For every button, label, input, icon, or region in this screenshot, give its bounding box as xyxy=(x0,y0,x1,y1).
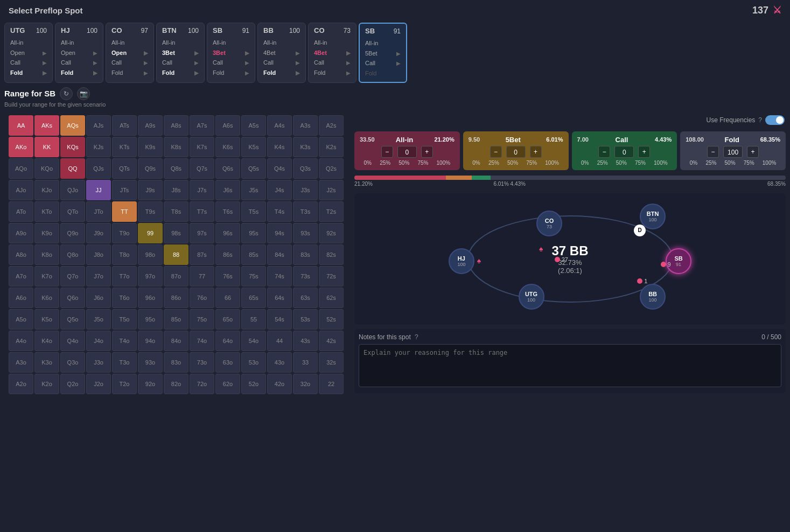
hand-cell-j8o[interactable]: J8o xyxy=(86,244,111,265)
hand-cell-95s[interactable]: 95s xyxy=(241,223,266,243)
hand-cell-qts[interactable]: QTs xyxy=(112,158,137,179)
hand-cell-k5s[interactable]: K5s xyxy=(241,137,266,157)
hand-cell-t9o[interactable]: T9o xyxy=(112,223,137,243)
hand-cell-96s[interactable]: 96s xyxy=(215,223,240,243)
hand-cell-a7o[interactable]: A7o xyxy=(9,266,33,286)
hand-cell-t7s[interactable]: T7s xyxy=(190,201,214,222)
hand-cell-q4s[interactable]: Q4s xyxy=(267,158,292,179)
player-utg[interactable]: UTG 100 xyxy=(519,284,544,310)
hand-cell-a8s[interactable]: A8s xyxy=(164,115,188,136)
freq-100[interactable]: 100% xyxy=(545,160,559,166)
freq-50[interactable]: 50% xyxy=(725,160,736,166)
stepper-minus-fold[interactable]: − xyxy=(707,146,719,158)
hand-cell-a5s[interactable]: A5s xyxy=(241,115,266,136)
pos-item-4bet[interactable]: 4Bet▶ xyxy=(314,48,351,58)
freq-100[interactable]: 100% xyxy=(437,160,451,166)
stepper-plus-fold[interactable]: + xyxy=(747,146,759,158)
pos-item-fold[interactable]: Fold xyxy=(365,68,401,79)
hand-cell-ako[interactable]: AKo xyxy=(9,137,33,157)
hand-cell-22[interactable]: 22 xyxy=(319,374,344,394)
hand-cell-a7s[interactable]: A7s xyxy=(190,115,214,136)
hand-cell-62s[interactable]: 62s xyxy=(319,288,344,308)
hand-cell-94s[interactable]: 94s xyxy=(267,223,292,243)
hand-cell-84s[interactable]: 84s xyxy=(267,244,292,265)
freq-25[interactable]: 25% xyxy=(380,160,390,166)
hand-cell-k2o[interactable]: K2o xyxy=(34,374,59,394)
hand-cell-k6o[interactable]: K6o xyxy=(34,288,59,308)
hand-cell-t8s[interactable]: T8s xyxy=(164,201,188,222)
hand-cell-kqo[interactable]: KQo xyxy=(34,158,59,179)
hand-cell-k4o[interactable]: K4o xyxy=(34,331,59,351)
freq-25[interactable]: 25% xyxy=(597,160,608,166)
hand-cell-76s[interactable]: 76s xyxy=(215,266,240,286)
hand-cell-a3s[interactable]: A3s xyxy=(293,115,318,136)
hand-cell-q7o[interactable]: Q7o xyxy=(60,266,85,286)
hand-cell-j9s[interactable]: J9s xyxy=(138,180,163,200)
freq-100[interactable]: 100% xyxy=(654,160,668,166)
hand-cell-ato[interactable]: ATo xyxy=(9,201,33,222)
freq-75[interactable]: 75% xyxy=(417,160,428,166)
freq-toggle[interactable] xyxy=(765,115,785,125)
hand-cell-q9o[interactable]: Q9o xyxy=(60,223,85,243)
hand-cell-qjo[interactable]: QJo xyxy=(60,180,85,200)
hand-cell-92s[interactable]: 92s xyxy=(319,223,344,243)
hand-cell-t6s[interactable]: T6s xyxy=(215,201,240,222)
pos-item-call[interactable]: Call▶ xyxy=(263,58,300,68)
hand-cell-75s[interactable]: 75s xyxy=(241,266,266,286)
hand-cell-77[interactable]: 77 xyxy=(190,266,214,286)
position-card-hj[interactable]: HJ100All-inOpen▶Call▶Fold▶ xyxy=(55,23,103,83)
hand-cell-kto[interactable]: KTo xyxy=(34,201,59,222)
hand-cell-kjo[interactable]: KJo xyxy=(34,180,59,200)
hand-cell-85s[interactable]: 85s xyxy=(241,244,266,265)
hand-cell-jj[interactable]: JJ xyxy=(86,180,111,200)
hand-cell-52o[interactable]: 52o xyxy=(241,374,266,394)
pos-item-3bet[interactable]: 3Bet▶ xyxy=(162,48,199,58)
camera-button[interactable]: 📷 xyxy=(77,87,90,100)
hand-cell-83s[interactable]: 83s xyxy=(293,244,318,265)
hand-cell-aqs[interactable]: AQs xyxy=(60,115,85,136)
hand-cell-tt[interactable]: TT xyxy=(112,201,137,222)
hand-cell-73s[interactable]: 73s xyxy=(293,266,318,286)
hand-cell-j2s[interactable]: J2s xyxy=(319,180,344,200)
hand-cell-k8o[interactable]: K8o xyxy=(34,244,59,265)
freq-50[interactable]: 50% xyxy=(399,160,409,166)
hand-cell-jts[interactable]: JTs xyxy=(112,180,137,200)
pos-item-3bet[interactable]: 3Bet▶ xyxy=(213,48,249,58)
hand-cell-32s[interactable]: 32s xyxy=(319,352,344,373)
pos-item-fold[interactable]: Fold▶ xyxy=(162,68,199,78)
hand-cell-64o[interactable]: 64o xyxy=(215,331,240,351)
hand-cell-t5s[interactable]: T5s xyxy=(241,201,266,222)
pos-item-open[interactable]: Open▶ xyxy=(61,48,97,58)
hand-cell-73o[interactable]: 73o xyxy=(190,352,214,373)
hand-cell-j6o[interactable]: J6o xyxy=(86,288,111,308)
hand-cell-q7s[interactable]: Q7s xyxy=(190,158,214,179)
hand-cell-95o[interactable]: 95o xyxy=(138,309,163,330)
pos-item-4bet[interactable]: 4Bet▶ xyxy=(263,48,300,58)
hand-cell-74o[interactable]: 74o xyxy=(190,331,214,351)
hand-cell-j7s[interactable]: J7s xyxy=(190,180,214,200)
freq-0[interactable]: 0% xyxy=(581,160,589,166)
pos-item-call[interactable]: Call▶ xyxy=(10,58,47,68)
stepper-plus-call[interactable]: + xyxy=(638,146,650,158)
hand-cell-kjs[interactable]: KJs xyxy=(86,137,111,157)
hand-cell-t3o[interactable]: T3o xyxy=(112,352,137,373)
hand-cell-t7o[interactable]: T7o xyxy=(112,266,137,286)
hand-cell-85o[interactable]: 85o xyxy=(164,309,188,330)
hand-cell-99[interactable]: 99 xyxy=(138,223,163,243)
pos-item-all-in[interactable]: All-in xyxy=(61,38,97,48)
hand-cell-q3s[interactable]: Q3s xyxy=(293,158,318,179)
hand-cell-33[interactable]: 33 xyxy=(293,352,318,373)
hand-cell-k7s[interactable]: K7s xyxy=(190,137,214,157)
hand-cell-k4s[interactable]: K4s xyxy=(267,137,292,157)
hand-cell-a9o[interactable]: A9o xyxy=(9,223,33,243)
pos-item-all-in[interactable]: All-in xyxy=(162,38,199,48)
hand-cell-53s[interactable]: 53s xyxy=(293,309,318,330)
pos-item-fold[interactable]: Fold▶ xyxy=(61,68,97,78)
hand-cell-64s[interactable]: 64s xyxy=(267,288,292,308)
position-card-utg[interactable]: UTG100All-inOpen▶Call▶Fold▶ xyxy=(4,23,53,83)
hand-cell-k5o[interactable]: K5o xyxy=(34,309,59,330)
hand-cell-aks[interactable]: AKs xyxy=(34,115,59,136)
stepper-plus-allin[interactable]: + xyxy=(421,146,433,158)
hand-cell-a2s[interactable]: A2s xyxy=(319,115,344,136)
hand-cell-j3s[interactable]: J3s xyxy=(293,180,318,200)
